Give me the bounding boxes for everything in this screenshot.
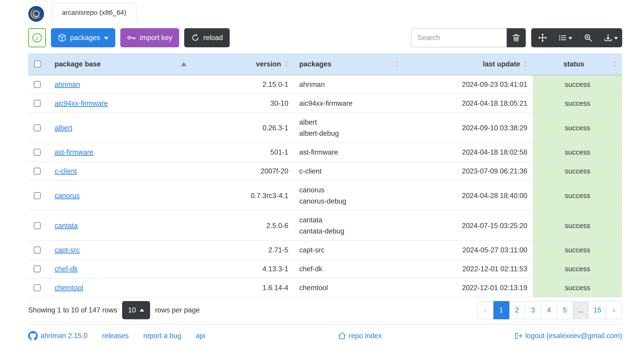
package-base-link[interactable]: ast-firmware bbox=[54, 148, 94, 156]
table-tools-group bbox=[531, 28, 622, 47]
table-row: albert 0.26.3-1 albert albert-debug 2024… bbox=[28, 113, 622, 143]
pagination-page-1[interactable]: 1 bbox=[494, 301, 510, 319]
pagination-next-button[interactable]: › bbox=[606, 301, 622, 319]
fullscreen-zoom-button[interactable] bbox=[577, 28, 600, 47]
table-row: canorus 0.7.3rc3-4.1 canorus canorus-deb… bbox=[28, 180, 622, 210]
logout-label: logout (esalexeev@gmail.com) bbox=[525, 332, 622, 340]
row-checkbox[interactable] bbox=[34, 168, 41, 175]
reload-button-label: reload bbox=[203, 34, 223, 42]
table-row: cantata 2.5.0-6 cantata cantata-debug 20… bbox=[28, 210, 622, 240]
last-update-cell: 2024-04-28 18:40:00 bbox=[404, 180, 533, 210]
row-checkbox[interactable] bbox=[34, 265, 41, 272]
pagination-page-5[interactable]: 5 bbox=[557, 301, 573, 319]
row-checkbox[interactable] bbox=[34, 124, 41, 132]
import-key-button[interactable]: import key bbox=[120, 28, 179, 47]
column-header-version[interactable]: version bbox=[192, 53, 294, 75]
version-cell: 2.5.0-6 bbox=[192, 210, 294, 240]
app-version-label: ahriman 2.15.0 bbox=[40, 332, 88, 340]
version-cell: 2007f-20 bbox=[192, 162, 294, 180]
version-cell: 0.26.3-1 bbox=[192, 113, 294, 143]
package-base-link[interactable]: albert bbox=[54, 124, 72, 132]
packages-cell: capt-src bbox=[294, 240, 404, 260]
status-badge: success bbox=[533, 180, 622, 210]
package-base-link[interactable]: c-client bbox=[54, 167, 77, 175]
pagination: ‹ 1 2 3 4 5 ... 15 › bbox=[478, 301, 622, 319]
reload-button[interactable]: reload bbox=[184, 28, 230, 47]
chevron-down-icon bbox=[104, 37, 108, 40]
last-update-cell: 2022-12-01 02:13:19 bbox=[404, 278, 533, 297]
column-label: last update bbox=[483, 60, 520, 68]
packages-cell: canorus canorus-debug bbox=[294, 180, 404, 210]
column-header-status[interactable]: status bbox=[533, 53, 622, 75]
table-row: ast-firmware 501-1 ast-firmware 2024-04-… bbox=[28, 143, 622, 162]
status-badge: success bbox=[533, 162, 622, 180]
last-update-cell: 2024-09-10 03:38:29 bbox=[404, 113, 533, 143]
github-version-link[interactable]: ahriman 2.15.0 bbox=[28, 331, 88, 341]
status-badge: success bbox=[533, 94, 622, 113]
pagination-page-4[interactable]: 4 bbox=[541, 301, 557, 319]
move-columns-button[interactable] bbox=[531, 28, 554, 47]
row-checkbox[interactable] bbox=[34, 192, 41, 199]
api-link[interactable]: api bbox=[196, 332, 205, 340]
column-label: version bbox=[256, 60, 281, 68]
select-all-checkbox[interactable] bbox=[34, 60, 41, 68]
column-header-packages[interactable]: packages bbox=[294, 53, 404, 75]
releases-link[interactable]: releases bbox=[102, 332, 129, 340]
package-base-link[interactable]: canorus bbox=[54, 192, 80, 200]
export-download-button[interactable] bbox=[600, 28, 622, 47]
toolbar: i packages imp bbox=[28, 28, 622, 47]
packages-button-label: packages bbox=[70, 34, 100, 42]
download-icon bbox=[604, 34, 612, 42]
status-badge: success bbox=[533, 240, 622, 260]
sort-icon bbox=[613, 60, 617, 68]
trash-icon bbox=[512, 34, 520, 42]
row-checkbox[interactable] bbox=[34, 246, 41, 254]
pagination-ellipsis[interactable]: ... bbox=[573, 301, 589, 319]
report-bug-link[interactable]: report a bug bbox=[143, 332, 181, 340]
row-checkbox[interactable] bbox=[34, 222, 41, 229]
logout-link[interactable]: logout (esalexeev@gmail.com) bbox=[514, 332, 622, 340]
pagination-page-3[interactable]: 3 bbox=[525, 301, 541, 319]
status-badge: success bbox=[533, 113, 622, 143]
repo-index-link[interactable]: repo index bbox=[338, 332, 382, 340]
repository-tab[interactable]: arcanisrepo (x86_64) bbox=[52, 3, 136, 23]
chevron-down-icon bbox=[614, 37, 618, 40]
status-badge: success bbox=[533, 75, 622, 94]
status-badge: success bbox=[533, 278, 622, 297]
page-size-value: 10 bbox=[128, 306, 136, 314]
row-checkbox[interactable] bbox=[34, 284, 41, 291]
package-base-link[interactable]: capt-src bbox=[54, 246, 80, 254]
package-box-icon bbox=[58, 34, 66, 42]
arrows-move-icon bbox=[538, 33, 547, 42]
package-base-link[interactable]: ahriman bbox=[54, 80, 80, 88]
columns-list-button[interactable] bbox=[554, 28, 577, 47]
footer-links: ahriman 2.15.0 releases report a bug api… bbox=[28, 325, 622, 341]
status-badge: success bbox=[533, 210, 622, 240]
chevron-down-icon bbox=[568, 37, 572, 40]
pagination-prev-button[interactable]: ‹ bbox=[478, 301, 494, 319]
package-base-link[interactable]: cantata bbox=[54, 222, 78, 230]
pagination-page-15[interactable]: 15 bbox=[589, 301, 606, 319]
row-checkbox[interactable] bbox=[34, 149, 41, 156]
search-group bbox=[411, 28, 526, 47]
package-base-link[interactable]: chemtool bbox=[54, 284, 83, 292]
info-button[interactable]: i bbox=[28, 28, 46, 47]
clear-search-button[interactable] bbox=[507, 28, 526, 47]
version-cell: 2.71-5 bbox=[192, 240, 294, 260]
logout-icon bbox=[514, 332, 522, 340]
row-checkbox[interactable] bbox=[34, 81, 41, 88]
row-checkbox[interactable] bbox=[34, 100, 41, 107]
sort-icon bbox=[524, 60, 527, 68]
packages-dropdown-button[interactable]: packages bbox=[51, 28, 115, 47]
version-cell: 501-1 bbox=[192, 143, 294, 162]
pagination-page-2[interactable]: 2 bbox=[510, 301, 525, 319]
package-base-link[interactable]: aic94xx-firmware bbox=[54, 99, 108, 107]
house-icon bbox=[338, 332, 346, 340]
column-header-package-base[interactable]: package base bbox=[49, 53, 192, 75]
import-key-button-label: import key bbox=[140, 34, 172, 42]
package-base-link[interactable]: chef-dk bbox=[54, 265, 78, 273]
search-input[interactable] bbox=[411, 28, 507, 47]
page-size-dropdown[interactable]: 10 bbox=[122, 301, 150, 319]
column-label: package base bbox=[54, 60, 101, 68]
column-header-last-update[interactable]: last update bbox=[404, 53, 533, 75]
